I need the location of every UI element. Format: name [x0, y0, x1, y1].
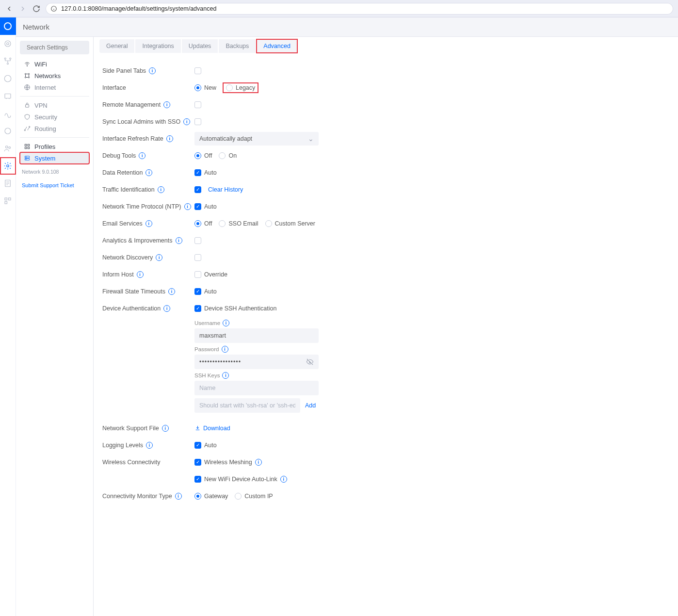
checkbox-discovery[interactable]	[194, 254, 201, 261]
tab-updates[interactable]: Updates	[182, 39, 218, 53]
eye-off-icon[interactable]	[306, 358, 314, 366]
svg-rect-26	[25, 144, 27, 146]
rail-devices-icon[interactable]	[0, 70, 16, 87]
rail-ports-icon[interactable]	[0, 87, 16, 105]
tab-advanced[interactable]: Advanced	[257, 39, 297, 53]
rail-users-icon[interactable]	[0, 140, 16, 157]
info-icon[interactable]	[162, 425, 169, 432]
sidebar-item-internet[interactable]: Internet	[20, 81, 89, 93]
tab-general[interactable]: General	[99, 39, 134, 53]
checkbox-traffic-id[interactable]	[194, 186, 201, 193]
info-icon[interactable]	[166, 135, 173, 142]
radio-debug-on[interactable]: On	[219, 152, 237, 159]
radio-email-off[interactable]: Off	[194, 220, 212, 227]
checkbox-sync-sso[interactable]	[194, 118, 201, 125]
radio-email-custom[interactable]: Custom Server	[265, 220, 315, 227]
rail-topology-icon[interactable]	[0, 52, 16, 70]
info-icon[interactable]	[175, 493, 182, 500]
search-input[interactable]	[27, 44, 99, 51]
checkbox-wireless-meshing[interactable]: Wireless Meshing	[194, 459, 262, 466]
checkbox-firewall-auto[interactable]: Auto	[194, 288, 217, 295]
label-sync-sso: Sync Local Admins with SSO	[102, 118, 194, 125]
rail-logs-icon[interactable]	[0, 175, 16, 192]
checkbox-logging-auto[interactable]: Auto	[194, 442, 217, 449]
svg-point-5	[7, 63, 9, 65]
input-username[interactable]	[194, 328, 319, 343]
info-icon[interactable]	[184, 203, 191, 210]
checkbox-side-panel-tabs[interactable]	[194, 67, 201, 74]
checkbox-analytics[interactable]	[194, 237, 201, 244]
info-icon[interactable]	[156, 254, 162, 261]
sidebar-item-system[interactable]: System	[20, 152, 89, 164]
info-icon[interactable]	[280, 476, 287, 483]
back-button[interactable]	[5, 4, 14, 13]
radio-monitor-gateway[interactable]: Gateway	[194, 493, 228, 500]
info-icon[interactable]	[223, 320, 229, 326]
info-icon[interactable]	[149, 67, 156, 74]
radio-debug-off[interactable]: Off	[194, 152, 212, 159]
tab-integrations[interactable]: Integrations	[135, 39, 180, 53]
svg-point-21	[28, 77, 29, 78]
radio-interface-legacy[interactable]: Legacy	[223, 83, 258, 93]
radio-monitor-custom[interactable]: Custom IP	[235, 493, 273, 500]
label-interface: Interface	[102, 84, 194, 91]
info-icon[interactable]	[176, 237, 182, 244]
nav-rail	[0, 17, 16, 616]
checkbox-data-retention-auto[interactable]: Auto	[194, 169, 217, 176]
info-icon[interactable]	[163, 101, 170, 108]
support-link[interactable]: Submit Support Ticket	[18, 177, 91, 190]
checkbox-device-ssh-auth[interactable]: Device SSH Authentication	[194, 305, 276, 312]
info-icon[interactable]	[183, 118, 190, 125]
radio-interface-new[interactable]: New	[194, 84, 216, 91]
info-icon[interactable]	[168, 288, 175, 295]
input-sshkey-name[interactable]	[194, 381, 319, 395]
checkbox-ntp-auto[interactable]: Auto	[194, 203, 217, 210]
info-icon[interactable]	[222, 372, 229, 379]
label-analytics: Analytics & Improvements	[102, 237, 194, 244]
sidebar-item-profiles[interactable]: Profiles	[20, 141, 89, 152]
tab-backups[interactable]: Backups	[219, 39, 256, 53]
rail-radio-icon[interactable]	[0, 105, 16, 122]
svg-rect-27	[28, 144, 30, 146]
info-icon[interactable]	[146, 442, 153, 449]
download-icon	[194, 425, 201, 431]
rail-apps-icon[interactable]	[0, 192, 16, 210]
input-password[interactable]	[199, 358, 275, 365]
info-icon[interactable]	[145, 169, 152, 176]
rail-alerts-icon[interactable]	[0, 122, 16, 140]
info-icon[interactable]	[139, 152, 145, 159]
info-icon[interactable]	[158, 186, 164, 193]
sidebar-item-wifi[interactable]: WiFi	[20, 58, 89, 70]
checkbox-inform-host-override[interactable]: Override	[194, 271, 227, 278]
svg-point-3	[4, 58, 6, 59]
info-icon[interactable]	[163, 305, 170, 312]
checkbox-wifi-autolink[interactable]: New WiFi Device Auto-Link	[194, 476, 287, 483]
link-clear-history[interactable]: Clear History	[208, 186, 243, 193]
reload-button[interactable]	[32, 4, 41, 13]
info-icon	[50, 5, 57, 12]
link-add-sshkey[interactable]: Add	[305, 402, 316, 409]
info-icon[interactable]	[222, 346, 228, 353]
label-device-auth: Device Authentication	[102, 305, 194, 312]
input-password-wrap[interactable]	[194, 355, 319, 369]
info-icon[interactable]	[145, 220, 152, 227]
label-wireless: Wireless Connectivity	[102, 459, 194, 466]
link-download-support-file[interactable]: Download	[194, 425, 230, 432]
checkbox-remote-management[interactable]	[194, 101, 201, 108]
input-sshkey-value[interactable]	[194, 398, 300, 413]
select-refresh-rate[interactable]: Automatically adapt	[194, 132, 319, 146]
info-icon[interactable]	[137, 271, 144, 278]
rail-settings-icon[interactable]	[0, 157, 16, 175]
browser-bar: 127.0.0.1:8080/manage/default/settings/s…	[0, 0, 678, 17]
app-logo[interactable]	[0, 17, 16, 35]
sidebar-item-vpn[interactable]: VPN	[20, 99, 89, 111]
sidebar-item-routing[interactable]: Routing	[20, 123, 89, 134]
sidebar-item-networks[interactable]: Networks	[20, 70, 89, 81]
rail-dashboard-icon[interactable]	[0, 35, 16, 52]
search-input-wrap[interactable]	[20, 41, 89, 54]
info-icon[interactable]	[255, 459, 262, 466]
radio-email-sso[interactable]: SSO Email	[219, 220, 258, 227]
address-bar[interactable]: 127.0.0.1:8080/manage/default/settings/s…	[46, 3, 673, 15]
forward-button[interactable]	[18, 4, 27, 13]
sidebar-item-security[interactable]: Security	[20, 111, 89, 123]
